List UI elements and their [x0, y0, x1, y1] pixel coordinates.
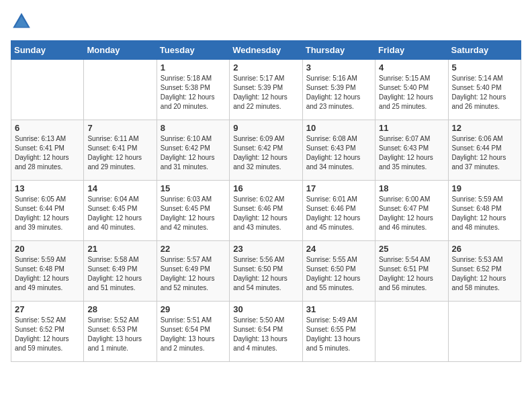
day-number: 7	[87, 123, 152, 133]
calendar-cell: 24Sunrise: 5:55 AM Sunset: 6:50 PM Dayli…	[302, 241, 375, 302]
day-number: 25	[379, 244, 444, 254]
day-info: Sunrise: 6:02 AM Sunset: 6:46 PM Dayligh…	[233, 195, 298, 232]
calendar-cell	[11, 60, 84, 120]
calendar-cell: 27Sunrise: 5:52 AM Sunset: 6:52 PM Dayli…	[11, 302, 84, 362]
day-number: 3	[306, 62, 371, 73]
day-number: 1	[161, 62, 226, 73]
day-info: Sunrise: 6:11 AM Sunset: 6:41 PM Dayligh…	[87, 134, 152, 172]
calendar-cell: 5Sunrise: 5:14 AM Sunset: 5:40 PM Daylig…	[448, 60, 521, 120]
calendar-cell: 21Sunrise: 5:58 AM Sunset: 6:49 PM Dayli…	[84, 241, 157, 302]
calendar-cell	[84, 60, 157, 120]
day-info: Sunrise: 5:59 AM Sunset: 6:48 PM Dayligh…	[452, 195, 517, 232]
day-number: 24	[306, 244, 371, 254]
day-number: 4	[379, 62, 444, 73]
calendar-cell: 6Sunrise: 6:13 AM Sunset: 6:41 PM Daylig…	[11, 120, 84, 181]
day-info: Sunrise: 5:56 AM Sunset: 6:50 PM Dayligh…	[233, 255, 298, 293]
calendar-cell: 4Sunrise: 5:15 AM Sunset: 5:40 PM Daylig…	[375, 60, 448, 120]
calendar-cell: 22Sunrise: 5:57 AM Sunset: 6:49 PM Dayli…	[157, 241, 229, 302]
day-number: 9	[233, 123, 298, 133]
day-info: Sunrise: 5:14 AM Sunset: 5:40 PM Dayligh…	[452, 74, 517, 111]
day-header-monday: Monday	[84, 41, 157, 60]
day-number: 29	[161, 304, 226, 314]
calendar-cell: 3Sunrise: 5:16 AM Sunset: 5:39 PM Daylig…	[302, 60, 375, 120]
day-number: 12	[452, 123, 517, 133]
day-info: Sunrise: 5:55 AM Sunset: 6:50 PM Dayligh…	[306, 255, 371, 293]
day-header-wednesday: Wednesday	[230, 41, 302, 60]
day-info: Sunrise: 5:54 AM Sunset: 6:51 PM Dayligh…	[379, 255, 444, 293]
day-header-tuesday: Tuesday	[157, 41, 229, 60]
calendar-cell: 15Sunrise: 6:03 AM Sunset: 6:45 PM Dayli…	[157, 181, 229, 241]
day-number: 28	[87, 304, 152, 314]
day-info: Sunrise: 6:00 AM Sunset: 6:47 PM Dayligh…	[379, 195, 444, 232]
day-info: Sunrise: 6:08 AM Sunset: 6:43 PM Dayligh…	[306, 134, 371, 172]
calendar-cell: 17Sunrise: 6:01 AM Sunset: 6:46 PM Dayli…	[302, 181, 375, 241]
day-number: 14	[87, 183, 152, 193]
calendar-cell: 18Sunrise: 6:00 AM Sunset: 6:47 PM Dayli…	[375, 181, 448, 241]
calendar-cell: 10Sunrise: 6:08 AM Sunset: 6:43 PM Dayli…	[302, 120, 375, 181]
day-info: Sunrise: 5:18 AM Sunset: 5:38 PM Dayligh…	[161, 74, 226, 111]
day-info: Sunrise: 5:53 AM Sunset: 6:52 PM Dayligh…	[452, 255, 517, 293]
day-number: 31	[306, 304, 371, 314]
day-info: Sunrise: 5:15 AM Sunset: 5:40 PM Dayligh…	[379, 74, 444, 111]
calendar-cell: 7Sunrise: 6:11 AM Sunset: 6:41 PM Daylig…	[84, 120, 157, 181]
week-row-4: 20Sunrise: 5:59 AM Sunset: 6:48 PM Dayli…	[11, 241, 521, 302]
day-info: Sunrise: 6:10 AM Sunset: 6:42 PM Dayligh…	[161, 134, 226, 172]
day-header-friday: Friday	[375, 41, 448, 60]
page-header	[11, 11, 521, 32]
day-info: Sunrise: 5:58 AM Sunset: 6:49 PM Dayligh…	[87, 255, 152, 293]
day-info: Sunrise: 5:49 AM Sunset: 6:55 PM Dayligh…	[306, 316, 371, 353]
week-row-1: 1Sunrise: 5:18 AM Sunset: 5:38 PM Daylig…	[11, 60, 521, 120]
calendar-cell: 25Sunrise: 5:54 AM Sunset: 6:51 PM Dayli…	[375, 241, 448, 302]
calendar-cell: 28Sunrise: 5:52 AM Sunset: 6:53 PM Dayli…	[84, 302, 157, 362]
calendar-cell: 26Sunrise: 5:53 AM Sunset: 6:52 PM Dayli…	[448, 241, 521, 302]
day-info: Sunrise: 6:04 AM Sunset: 6:45 PM Dayligh…	[87, 195, 152, 232]
calendar-cell: 31Sunrise: 5:49 AM Sunset: 6:55 PM Dayli…	[302, 302, 375, 362]
day-info: Sunrise: 6:09 AM Sunset: 6:42 PM Dayligh…	[233, 134, 298, 172]
day-info: Sunrise: 5:50 AM Sunset: 6:54 PM Dayligh…	[233, 316, 298, 353]
logo-icon	[11, 11, 32, 32]
calendar-cell: 9Sunrise: 6:09 AM Sunset: 6:42 PM Daylig…	[230, 120, 302, 181]
day-info: Sunrise: 6:13 AM Sunset: 6:41 PM Dayligh…	[15, 134, 80, 172]
calendar-cell: 16Sunrise: 6:02 AM Sunset: 6:46 PM Dayli…	[230, 181, 302, 241]
calendar-cell: 8Sunrise: 6:10 AM Sunset: 6:42 PM Daylig…	[157, 120, 229, 181]
calendar-cell: 12Sunrise: 6:06 AM Sunset: 6:44 PM Dayli…	[448, 120, 521, 181]
calendar-cell: 19Sunrise: 5:59 AM Sunset: 6:48 PM Dayli…	[448, 181, 521, 241]
logo	[11, 11, 35, 32]
day-number: 6	[15, 123, 80, 133]
day-header-thursday: Thursday	[302, 41, 375, 60]
day-number: 19	[452, 183, 517, 193]
day-number: 21	[87, 244, 152, 254]
day-number: 27	[15, 304, 80, 314]
day-info: Sunrise: 6:01 AM Sunset: 6:46 PM Dayligh…	[306, 195, 371, 232]
calendar-cell	[375, 302, 448, 362]
calendar-cell: 14Sunrise: 6:04 AM Sunset: 6:45 PM Dayli…	[84, 181, 157, 241]
day-number: 23	[233, 244, 298, 254]
day-header-saturday: Saturday	[448, 41, 521, 60]
day-number: 10	[306, 123, 371, 133]
day-number: 30	[233, 304, 298, 314]
day-info: Sunrise: 6:07 AM Sunset: 6:43 PM Dayligh…	[379, 134, 444, 172]
week-row-2: 6Sunrise: 6:13 AM Sunset: 6:41 PM Daylig…	[11, 120, 521, 181]
day-info: Sunrise: 6:05 AM Sunset: 6:44 PM Dayligh…	[15, 195, 80, 232]
day-info: Sunrise: 5:17 AM Sunset: 5:39 PM Dayligh…	[233, 74, 298, 111]
calendar-cell: 1Sunrise: 5:18 AM Sunset: 5:38 PM Daylig…	[157, 60, 229, 120]
day-number: 22	[161, 244, 226, 254]
days-header-row: SundayMondayTuesdayWednesdayThursdayFrid…	[11, 41, 521, 60]
day-number: 16	[233, 183, 298, 193]
day-info: Sunrise: 5:52 AM Sunset: 6:53 PM Dayligh…	[87, 316, 152, 353]
day-number: 17	[306, 183, 371, 193]
day-info: Sunrise: 6:03 AM Sunset: 6:45 PM Dayligh…	[161, 195, 226, 232]
day-info: Sunrise: 5:52 AM Sunset: 6:52 PM Dayligh…	[15, 316, 80, 353]
day-number: 20	[15, 244, 80, 254]
day-number: 11	[379, 123, 444, 133]
calendar-cell: 20Sunrise: 5:59 AM Sunset: 6:48 PM Dayli…	[11, 241, 84, 302]
calendar-cell: 23Sunrise: 5:56 AM Sunset: 6:50 PM Dayli…	[230, 241, 302, 302]
calendar-cell	[448, 302, 521, 362]
day-number: 13	[15, 183, 80, 193]
day-header-sunday: Sunday	[11, 41, 84, 60]
calendar-table: SundayMondayTuesdayWednesdayThursdayFrid…	[11, 40, 521, 362]
calendar-cell: 30Sunrise: 5:50 AM Sunset: 6:54 PM Dayli…	[230, 302, 302, 362]
day-info: Sunrise: 5:59 AM Sunset: 6:48 PM Dayligh…	[15, 255, 80, 293]
day-number: 8	[161, 123, 226, 133]
day-number: 5	[452, 62, 517, 73]
